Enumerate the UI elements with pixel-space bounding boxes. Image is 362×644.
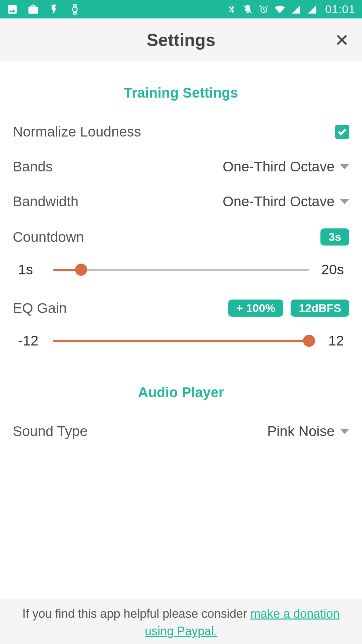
eqgain-slider[interactable] [53,340,309,342]
check-icon [337,126,348,137]
bandwidth-value: One-Third Octave [223,194,335,210]
clock-text: 01:01 [325,3,355,16]
close-icon [335,33,349,47]
close-button[interactable] [335,33,349,47]
sound-type-dropdown[interactable]: Pink Noise [267,423,349,439]
countdown-min-label: 1s [18,262,45,278]
eqgain-slider-thumb[interactable] [303,335,315,347]
alarm-icon [259,4,269,14]
row-countdown: Countdown 3s 1s 20s [13,219,349,290]
countdown-badge: 3s [320,228,349,246]
mute-icon [243,4,253,14]
eqgain-label: EQ Gain [13,300,228,316]
section-title-audio: Audio Player [13,384,349,400]
countdown-max-label: 20s [317,262,344,278]
chevron-down-icon [340,164,349,169]
app-header: Settings [0,18,362,61]
eqgain-min-label: -12 [18,333,45,349]
settings-content: Training Settings Normalize Loudness Ban… [0,61,362,599]
signal-icon [291,4,301,14]
bandwidth-label: Bandwidth [13,194,223,210]
donation-footer: If you find this app helpful please cons… [0,599,362,644]
normalize-checkbox[interactable] [335,125,349,139]
row-normalize-loudness[interactable]: Normalize Loudness [13,114,349,149]
bands-dropdown[interactable]: One-Third Octave [223,159,349,175]
normalize-label: Normalize Loudness [13,124,335,140]
lightning-icon [48,4,60,15]
eqgain-badge-percent: + 100% [228,300,283,317]
row-sound-type[interactable]: Sound Type Pink Noise [13,414,349,449]
bands-label: Bands [13,159,223,175]
signal-icon-2 [307,4,317,14]
bandwidth-dropdown[interactable]: One-Third Octave [223,194,349,210]
eqgain-max-label: 12 [317,333,344,349]
image-icon [7,4,18,15]
row-eq-gain: EQ Gain + 100% 12dBFS -12 12 [13,290,349,361]
chevron-down-icon [340,199,349,204]
footer-prefix: If you find this app helpful please cons… [22,607,250,621]
countdown-slider[interactable] [53,269,309,271]
status-right-icons: 01:01 [227,3,355,16]
page-title: Settings [0,30,362,50]
countdown-slider-thumb[interactable] [75,264,87,276]
eqgain-slider-fill [53,340,309,342]
status-bar: 01:01 [0,0,362,18]
sound-type-value: Pink Noise [267,423,335,439]
briefcase-icon [27,4,39,15]
status-left-icons [7,4,80,15]
wifi-icon [275,4,285,14]
watch-icon [69,4,80,15]
section-title-training: Training Settings [13,85,349,101]
bluetooth-icon [227,4,237,14]
bands-value: One-Third Octave [223,159,335,175]
chevron-down-icon [340,429,349,434]
eqgain-badge-dbfs: 12dBFS [291,300,349,317]
row-bandwidth[interactable]: Bandwidth One-Third Octave [13,184,349,219]
sound-type-label: Sound Type [13,423,267,439]
row-bands[interactable]: Bands One-Third Octave [13,149,349,184]
countdown-label: Countdown [13,229,320,245]
